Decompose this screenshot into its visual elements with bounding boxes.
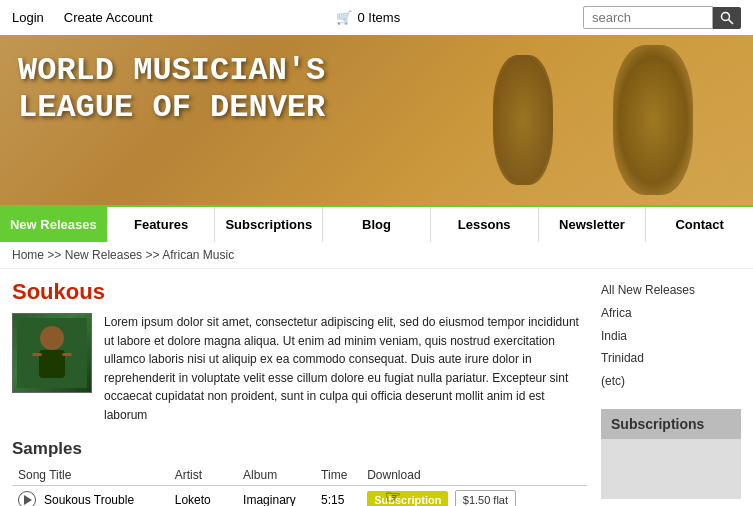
col-song-title: Song Title: [12, 465, 169, 486]
article-area: Lorem ipsum dolor sit amet, consectetur …: [12, 313, 587, 425]
top-bar-left: Login Create Account: [12, 10, 153, 25]
main-nav: New Releases Features Subscriptions Blog…: [0, 205, 753, 242]
svg-rect-5: [32, 353, 42, 356]
login-link[interactable]: Login: [12, 10, 44, 25]
article-image: [12, 313, 92, 393]
svg-point-3: [40, 326, 64, 350]
cart-icon: 🛒: [336, 10, 352, 25]
nav-features[interactable]: Features: [108, 207, 216, 242]
col-artist: Artist: [169, 465, 237, 486]
album-cell: Imaginary: [237, 485, 315, 506]
hero-title: World Musician's League of Denver: [18, 53, 325, 127]
svg-rect-6: [62, 353, 72, 356]
main-content: Soukous Lorem ipsum dolor sit amet, cons…: [0, 269, 753, 506]
play-button[interactable]: [18, 491, 36, 506]
table-row: Soukous Trouble Loketo Imaginary 5:15 Su…: [12, 485, 587, 506]
samples-title: Samples: [12, 439, 587, 459]
breadcrumb-home[interactable]: Home: [12, 248, 44, 262]
breadcrumb-sep2: >>: [145, 248, 162, 262]
create-account-link[interactable]: Create Account: [64, 10, 153, 25]
breadcrumb: Home >> New Releases >> African Music: [0, 242, 753, 269]
sidebar-subscriptions: Subscriptions: [601, 409, 741, 499]
musician-illustration: [17, 318, 87, 388]
sidebar-new-releases: All New Releases Africa India Trinidad (…: [601, 279, 741, 393]
article-title: Soukous: [12, 279, 587, 305]
sidebar-link-trinidad[interactable]: Trinidad: [601, 351, 644, 365]
nav-newsletter[interactable]: Newsletter: [539, 207, 647, 242]
subscription-button[interactable]: Subscription: [367, 491, 448, 506]
nav-new-releases[interactable]: New Releases: [0, 207, 108, 242]
breadcrumb-new-releases[interactable]: New Releases: [65, 248, 142, 262]
svg-line-1: [728, 19, 733, 24]
subscriptions-body: [601, 439, 741, 499]
nav-lessons[interactable]: Lessons: [431, 207, 539, 242]
search-button[interactable]: [713, 7, 741, 29]
sidebar-link-africa[interactable]: Africa: [601, 306, 632, 320]
nav-subscriptions[interactable]: Subscriptions: [215, 207, 323, 242]
sidebar-link-etc[interactable]: (etc): [601, 374, 625, 388]
article-body: Lorem ipsum dolor sit amet, consectetur …: [104, 313, 587, 425]
col-download: Download: [361, 465, 587, 486]
sidebar: All New Releases Africa India Trinidad (…: [601, 279, 741, 506]
search-area: [583, 6, 741, 29]
breadcrumb-current: African Music: [162, 248, 234, 262]
svg-rect-4: [39, 350, 65, 378]
cart-count: 0 Items: [358, 10, 401, 25]
svg-point-0: [721, 12, 729, 20]
content-area: Soukous Lorem ipsum dolor sit amet, cons…: [12, 279, 587, 506]
col-album: Album: [237, 465, 315, 486]
song-title-cell: Soukous Trouble: [12, 485, 169, 506]
download-cell: Subscription $1.50 flat ☞: [361, 485, 587, 506]
nav-contact[interactable]: Contact: [646, 207, 753, 242]
artist-cell: Loketo: [169, 485, 237, 506]
samples-table: Song Title Artist Album Time Download So…: [12, 465, 587, 506]
hero-banner: World Musician's League of Denver: [0, 35, 753, 205]
search-icon: [720, 11, 734, 25]
search-input[interactable]: [583, 6, 713, 29]
col-time: Time: [315, 465, 361, 486]
top-bar: Login Create Account 🛒 0 Items: [0, 0, 753, 35]
time-cell: 5:15: [315, 485, 361, 506]
cart-area: 🛒 0 Items: [336, 10, 401, 25]
sidebar-link-india[interactable]: India: [601, 329, 627, 343]
sidebar-all-new-releases[interactable]: All New Releases: [601, 283, 695, 297]
breadcrumb-sep1: >>: [47, 248, 64, 262]
flat-price-button[interactable]: $1.50 flat: [455, 490, 516, 506]
song-title: Soukous Trouble: [44, 493, 134, 506]
subscriptions-header: Subscriptions: [601, 409, 741, 439]
nav-blog[interactable]: Blog: [323, 207, 431, 242]
